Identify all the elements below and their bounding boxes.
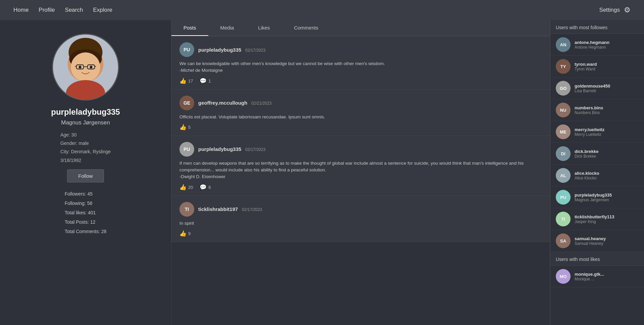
- sidebar-avatar: TI: [556, 212, 571, 226]
- sidebar-user-info: dick.brekke Dick Brekke: [575, 149, 599, 159]
- navbar: Home Profile Search Explore Settings ⚙: [0, 0, 644, 20]
- settings-icon: ⚙: [624, 6, 631, 14]
- stats-list: Followers: 45 Following: 58 Total likes:…: [65, 189, 107, 236]
- sidebar-avatar: SA: [556, 233, 571, 248]
- post-avatar: GE: [179, 96, 194, 110]
- post-meta: purpleladybug335 02/17/2023: [198, 146, 265, 152]
- sidebar-avatar: TY: [556, 59, 571, 74]
- sidebar-user-item[interactable]: TY tyron.ward Tyron Ward: [550, 56, 644, 77]
- post-username[interactable]: purpleladybug335: [198, 47, 241, 53]
- sidebar-realname: Dick Brekke: [575, 154, 599, 159]
- sidebar-avatar: NU: [556, 103, 571, 117]
- sidebar-user-info: ticklishbutterfly113 Jasper King: [575, 214, 614, 224]
- sidebar-avatar: GO: [556, 81, 571, 96]
- post-like-action[interactable]: 👍 20: [179, 184, 193, 191]
- sidebar-user-item[interactable]: NU numbers.bins Numbers Bins: [550, 99, 644, 121]
- sidebar-user-item[interactable]: ME merry.lueilwitz Merry Lueilwitz: [550, 121, 644, 143]
- nav-settings-group[interactable]: Settings ⚙: [599, 6, 631, 14]
- post-avatar: PU: [179, 42, 194, 57]
- sidebar-realname: Merry Lueilwitz: [575, 132, 604, 137]
- post-date: 02/21/2023: [251, 101, 271, 106]
- sidebar-realname: Jasper King: [575, 219, 614, 224]
- profile-avatar: [52, 34, 119, 101]
- post-avatar: PU: [179, 142, 194, 157]
- post-username[interactable]: geoffrey.mccullough: [198, 100, 247, 106]
- sidebar-user-item[interactable]: DI dick.brekke Dick Brekke: [550, 143, 644, 165]
- post-body: In spirit: [179, 220, 542, 227]
- most-likes-title: Users with most likes: [550, 252, 644, 266]
- sidebar-avatar: MO: [556, 269, 571, 284]
- post-body: We can be knowledgable with other men's …: [179, 60, 542, 74]
- sidebar-username: goldenmouse450: [575, 84, 610, 89]
- like-count: 20: [188, 185, 193, 190]
- nav-explore[interactable]: Explore: [93, 7, 112, 13]
- profile-dob: 3/18/1992: [60, 156, 111, 165]
- sidebar-avatar: ME: [556, 124, 571, 139]
- comment-count: 6: [208, 185, 211, 190]
- sidebar-user-info: merry.lueilwitz Merry Lueilwitz: [575, 127, 604, 137]
- sidebar-user-info: alice.klocko Alice Klocko: [575, 171, 599, 180]
- most-likes-list: MO monique.gtk... Monique ...: [550, 266, 644, 287]
- nav-home[interactable]: Home: [13, 7, 29, 13]
- stat-total-comments: Total Comments: 28: [65, 227, 107, 236]
- post-date: 02/17/2023: [245, 48, 265, 53]
- post-comment-action[interactable]: 💬 6: [200, 184, 211, 191]
- post-meta: ticklishrabbit197 02/17/2023: [198, 206, 262, 212]
- sidebar-realname: Tyron Ward: [575, 67, 597, 71]
- post-date: 02/17/2023: [242, 207, 262, 212]
- comment-icon: 💬: [200, 184, 207, 191]
- post-actions: 👍 17 💬 1: [179, 77, 542, 85]
- tab-comments[interactable]: Comments: [282, 20, 330, 36]
- post-body: If men can develop weapons that are so t…: [179, 160, 542, 180]
- sidebar-user-item[interactable]: GO goldenmouse450 Lisa Barnett: [550, 77, 644, 99]
- settings-label: Settings: [599, 7, 620, 13]
- sidebar-user-item[interactable]: AL alice.klocko Alice Klocko: [550, 165, 644, 186]
- most-follows-list: AN antone.hegmann Antone Hegmann TY tyro…: [550, 34, 644, 252]
- sidebar-realname: Numbers Bins: [575, 110, 603, 115]
- sidebar-avatar: AL: [556, 168, 571, 183]
- nav-search[interactable]: Search: [65, 7, 83, 13]
- sidebar-user-item[interactable]: PU purpleladybug335 Magnus Jørgensen: [550, 186, 644, 208]
- sidebar-user-info: tyron.ward Tyron Ward: [575, 62, 597, 71]
- post-like-action[interactable]: 👍 9: [179, 230, 191, 237]
- sidebar-user-info: numbers.bins Numbers Bins: [575, 105, 603, 115]
- post-username[interactable]: purpleladybug335: [198, 146, 241, 152]
- profile-age: Age: 30: [60, 131, 111, 139]
- post-card: TI ticklishrabbit197 02/17/2023 In spiri…: [171, 196, 550, 242]
- sidebar-user-item[interactable]: MO monique.gtk... Monique ...: [550, 266, 644, 287]
- sidebar-user-item[interactable]: TI ticklishbutterfly113 Jasper King: [550, 208, 644, 230]
- post-username[interactable]: ticklishrabbit197: [198, 206, 238, 212]
- post-header: PU purpleladybug335 02/17/2023: [179, 42, 542, 57]
- sidebar-username: numbers.bins: [575, 105, 603, 110]
- sidebar-avatar: PU: [556, 190, 571, 205]
- post-card: PU purpleladybug335 02/17/2023 We can be…: [171, 36, 550, 90]
- post-like-action[interactable]: 👍 5: [179, 124, 191, 131]
- post-avatar: TI: [179, 202, 194, 217]
- like-count: 9: [188, 231, 191, 236]
- sidebar-user-info: purpleladybug335 Magnus Jørgensen: [575, 193, 612, 202]
- like-icon: 👍: [179, 77, 186, 85]
- nav-profile[interactable]: Profile: [39, 7, 55, 13]
- like-icon: 👍: [179, 230, 186, 237]
- svg-point-12: [79, 66, 82, 68]
- post-actions: 👍 20 💬 6: [179, 184, 542, 191]
- sidebar-avatar: AN: [556, 37, 571, 52]
- tab-media[interactable]: Media: [208, 20, 246, 36]
- posts-list: PU purpleladybug335 02/17/2023 We can be…: [171, 36, 550, 325]
- sidebar-realname: Magnus Jørgensen: [575, 198, 612, 202]
- tab-likes[interactable]: Likes: [246, 20, 282, 36]
- post-card: PU purpleladybug335 02/17/2023 If men ca…: [171, 136, 550, 196]
- post-like-action[interactable]: 👍 17: [179, 77, 193, 85]
- follow-button[interactable]: Follow: [67, 169, 104, 182]
- post-meta: purpleladybug335 02/17/2023: [198, 47, 265, 53]
- sidebar-username: ticklishbutterfly113: [575, 214, 614, 219]
- svg-point-13: [90, 66, 93, 68]
- post-comment-action[interactable]: 💬 1: [200, 77, 211, 85]
- sidebar-username: merry.lueilwitz: [575, 127, 604, 132]
- sidebar-user-item[interactable]: AN antone.hegmann Antone Hegmann: [550, 34, 644, 56]
- sidebar-username: dick.brekke: [575, 149, 599, 154]
- tab-posts[interactable]: Posts: [171, 20, 208, 36]
- sidebar-user-item[interactable]: SA samual.heaney Samual Heaney: [550, 230, 644, 252]
- profile-info: Age: 30 Gender: male City: Denmark, Rysl…: [60, 131, 111, 165]
- post-body: Officiis est placeat. Voluptate laborios…: [179, 114, 542, 120]
